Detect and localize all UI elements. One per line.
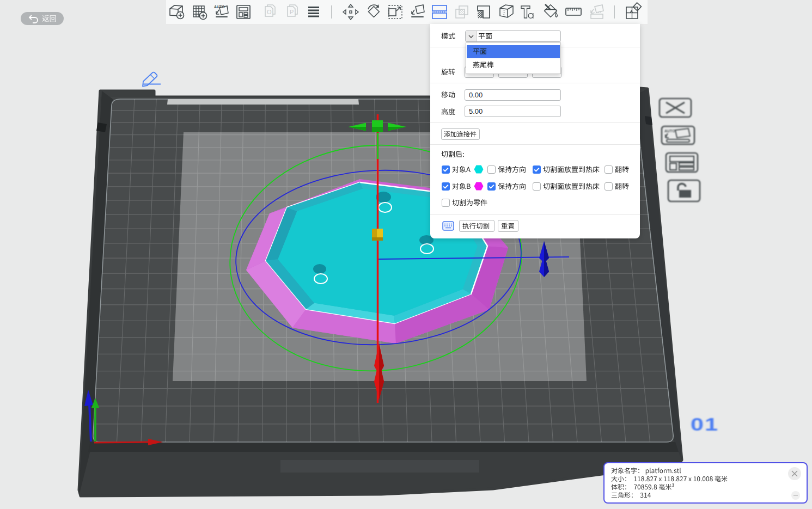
svg-text:P: P bbox=[290, 9, 294, 15]
svg-text:AUTO: AUTO bbox=[664, 129, 675, 133]
svg-text:O: O bbox=[267, 9, 272, 15]
